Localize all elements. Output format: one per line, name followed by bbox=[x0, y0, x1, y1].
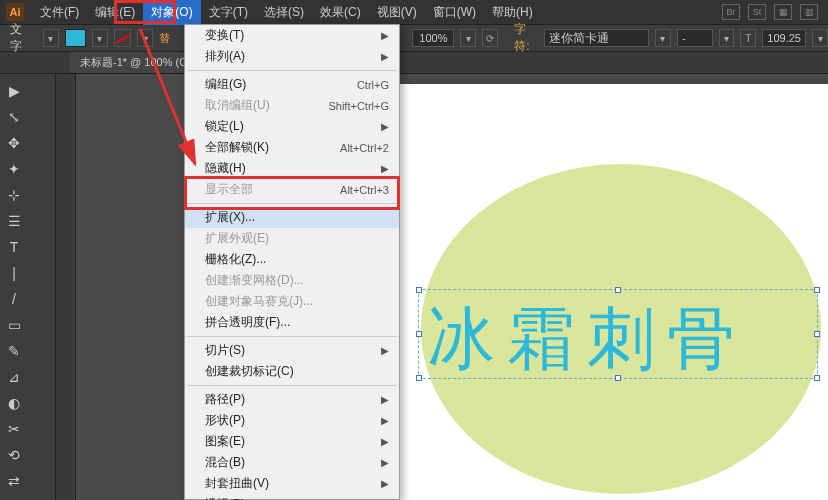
line-tool[interactable]: | bbox=[2, 261, 26, 285]
menubar: Ai 文件(F) 编辑(E) 对象(O) 文字(T) 选择(S) 效果(C) 视… bbox=[0, 0, 828, 24]
curvature-tool[interactable]: ☰ bbox=[2, 209, 26, 233]
menu-item[interactable]: 栅格化(Z)... bbox=[185, 249, 399, 270]
scissors-tool[interactable]: ✂ bbox=[2, 417, 26, 441]
menu-item[interactable]: 透视(P)▶ bbox=[185, 494, 399, 500]
no-stroke-icon[interactable] bbox=[114, 29, 132, 47]
fill-color-swatch[interactable] bbox=[65, 29, 86, 47]
direct-select-tool[interactable]: ⤡ bbox=[2, 105, 26, 129]
magic-wand-tool[interactable]: ✥ bbox=[2, 131, 26, 155]
menu-item[interactable]: 创建裁切标记(C) bbox=[185, 361, 399, 382]
dropdown-icon[interactable]: ▾ bbox=[43, 29, 59, 47]
dropdown-icon[interactable]: ▾ bbox=[460, 29, 476, 47]
menu-text[interactable]: 文字(T) bbox=[201, 0, 256, 25]
menu-item[interactable]: 路径(P)▶ bbox=[185, 389, 399, 410]
workspace-icon[interactable]: Br bbox=[722, 4, 740, 20]
canvas-gutter bbox=[56, 74, 76, 500]
tool-mode-label: 文字 bbox=[10, 21, 31, 55]
resize-handle[interactable] bbox=[814, 375, 820, 381]
resize-handle[interactable] bbox=[615, 375, 621, 381]
font-size-icon: T bbox=[740, 29, 756, 47]
zoom-input[interactable]: 100% bbox=[412, 29, 454, 47]
menu-item[interactable]: 全部解锁(K)Alt+Ctrl+2 bbox=[185, 137, 399, 158]
rectangle-tool[interactable]: ▭ bbox=[2, 313, 26, 337]
menu-item[interactable]: 图案(E)▶ bbox=[185, 431, 399, 452]
resize-handle[interactable] bbox=[416, 331, 422, 337]
dropdown-icon[interactable]: ▾ bbox=[137, 29, 153, 47]
tool-panel: ▶⤡✥✦⊹☰T|/▭✎⊿◐✂⟲⇄◧▦⬚◆⊞↗▯✋▢▢▢▢ bbox=[0, 74, 56, 500]
menu-item[interactable]: 锁定(L)▶ bbox=[185, 116, 399, 137]
stock-icon[interactable]: St bbox=[748, 4, 766, 20]
menubar-right-icons: Br St ▦ ▥ bbox=[722, 4, 828, 20]
menu-item[interactable]: 排列(A)▶ bbox=[185, 46, 399, 67]
menu-select[interactable]: 选择(S) bbox=[256, 0, 312, 25]
menu-item: 扩展外观(E) bbox=[185, 228, 399, 249]
dropdown-icon[interactable]: ▾ bbox=[719, 29, 735, 47]
menu-edit[interactable]: 编辑(E) bbox=[87, 0, 143, 25]
type-tool[interactable]: T bbox=[2, 235, 26, 259]
menu-file[interactable]: 文件(F) bbox=[32, 0, 87, 25]
dropdown-icon[interactable]: ▾ bbox=[812, 29, 828, 47]
menu-item[interactable]: 扩展(X)... bbox=[185, 207, 399, 228]
width-tool[interactable]: ◧ bbox=[2, 495, 26, 500]
brush-tool[interactable]: ✎ bbox=[2, 339, 26, 363]
resize-handle[interactable] bbox=[814, 287, 820, 293]
document-tabbar: 未标题-1* @ 100% (C bbox=[0, 52, 828, 74]
menu-window[interactable]: 窗口(W) bbox=[425, 0, 484, 25]
text-selection-box[interactable]: 冰霜刺骨 bbox=[418, 289, 818, 379]
menu-item[interactable]: 混合(B)▶ bbox=[185, 452, 399, 473]
menu-item: 显示全部Alt+Ctrl+3 bbox=[185, 179, 399, 200]
app-logo-icon: Ai bbox=[6, 3, 24, 21]
menu-object[interactable]: 对象(O) bbox=[143, 0, 200, 25]
resize-handle[interactable] bbox=[814, 331, 820, 337]
menu-item: 取消编组(U)Shift+Ctrl+G bbox=[185, 95, 399, 116]
menu-item[interactable]: 隐藏(H)▶ bbox=[185, 158, 399, 179]
font-style-select[interactable]: - bbox=[677, 29, 713, 47]
menu-effect[interactable]: 效果(C) bbox=[312, 0, 369, 25]
arrange-icon[interactable]: ▦ bbox=[774, 4, 792, 20]
layout-icon[interactable]: ▥ bbox=[800, 4, 818, 20]
character-label: 字符: bbox=[514, 21, 538, 55]
object-menu-dropdown: 变换(T)▶排列(A)▶编组(G)Ctrl+G取消编组(U)Shift+Ctrl… bbox=[184, 24, 400, 500]
menu-item[interactable]: 拼合透明度(F)... bbox=[185, 312, 399, 333]
selection-tool[interactable]: ▶ bbox=[2, 79, 26, 103]
arc-tool[interactable]: / bbox=[2, 287, 26, 311]
menu-item: 创建对象马赛克(J)... bbox=[185, 291, 399, 312]
shaper-tool[interactable]: ⊿ bbox=[2, 365, 26, 389]
font-family-select[interactable]: 迷你简卡通 bbox=[544, 29, 649, 47]
menu-item[interactable]: 形状(P)▶ bbox=[185, 410, 399, 431]
menu-view[interactable]: 视图(V) bbox=[369, 0, 425, 25]
document-tab[interactable]: 未标题-1* @ 100% (C bbox=[70, 52, 197, 73]
scale-tool[interactable]: ⇄ bbox=[2, 469, 26, 493]
menu-item[interactable]: 变换(T)▶ bbox=[185, 25, 399, 46]
resize-handle[interactable] bbox=[416, 375, 422, 381]
canvas-area: 冰霜刺骨 bbox=[56, 74, 828, 500]
pen-tool[interactable]: ⊹ bbox=[2, 183, 26, 207]
menu-item: 创建渐变网格(D)... bbox=[185, 270, 399, 291]
font-size-input[interactable]: 109.25 bbox=[762, 29, 806, 47]
refresh-icon[interactable]: ⟳ bbox=[482, 29, 498, 47]
menu-item[interactable]: 编组(G)Ctrl+G bbox=[185, 74, 399, 95]
menu-item[interactable]: 封套扭曲(V)▶ bbox=[185, 473, 399, 494]
resize-handle[interactable] bbox=[615, 287, 621, 293]
lasso-tool[interactable]: ✦ bbox=[2, 157, 26, 181]
control-toolbar: 文字 ▾ ▾ ▾ 替 100% ▾ ⟳ 字符: 迷你简卡通 ▾ - ▾ T 10… bbox=[0, 24, 828, 52]
rotate-tool[interactable]: ⟲ bbox=[2, 443, 26, 467]
resize-handle[interactable] bbox=[416, 287, 422, 293]
replace-label: 替 bbox=[159, 31, 170, 46]
dropdown-icon[interactable]: ▾ bbox=[92, 29, 108, 47]
dropdown-icon[interactable]: ▾ bbox=[655, 29, 671, 47]
menu-item[interactable]: 切片(S)▶ bbox=[185, 340, 399, 361]
eraser-tool[interactable]: ◐ bbox=[2, 391, 26, 415]
